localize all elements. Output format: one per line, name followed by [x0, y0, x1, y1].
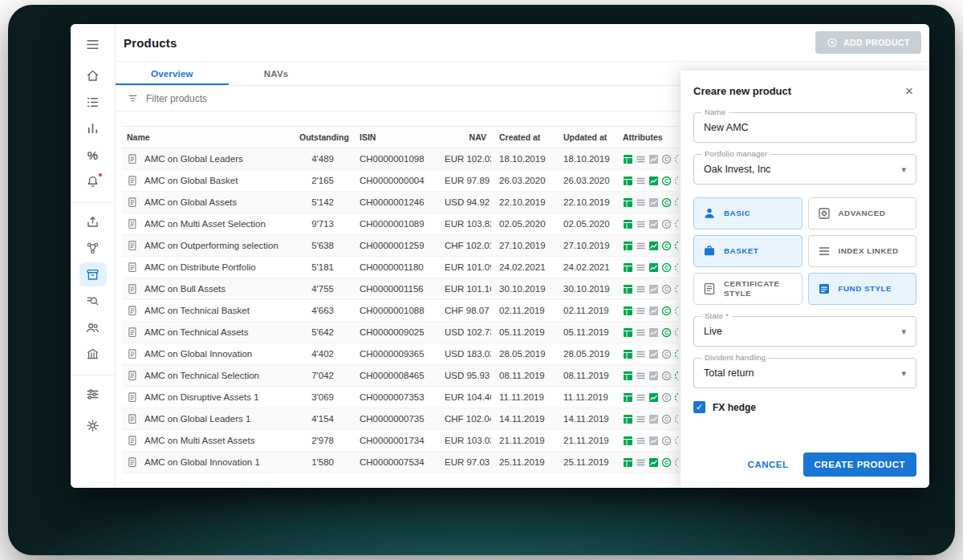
isin-value: CH0000000735	[339, 408, 440, 430]
table-row[interactable]: AMC on Global Leaders4'489CH0000001098EU…	[122, 148, 678, 170]
coin-icon: C	[661, 241, 672, 251]
toggle-basic[interactable]: BASIC	[693, 197, 802, 229]
col-attributes[interactable]: Attributes	[618, 127, 678, 148]
toggle-index-linked[interactable]: INDEX LINKED	[808, 235, 917, 267]
nav-value: EUR 104.40	[440, 387, 491, 408]
coin-icon: C	[661, 154, 672, 164]
col-updated-at[interactable]: Updated at	[559, 127, 618, 148]
certificate-icon	[127, 435, 139, 447]
certificate-icon	[127, 413, 139, 425]
settings-gear-icon[interactable]	[79, 413, 107, 437]
dividend-handling-select[interactable]: Divident handling Total return ▾	[693, 358, 916, 388]
add-product-button[interactable]: ADD PRODUCT	[815, 31, 921, 54]
tasks-icon[interactable]	[79, 90, 107, 114]
table-row[interactable]: AMC on Global Assets5'142CH0000001246USD…	[122, 192, 678, 213]
upload-icon[interactable]	[79, 209, 107, 233]
toggle-fund-style[interactable]: FUND STYLE	[808, 273, 917, 305]
table-row[interactable]: AMC on Global Leaders 14'154CH0000000735…	[122, 408, 678, 430]
toggle-certificate-style[interactable]: CERTIFICATE STYLE	[693, 273, 802, 305]
home-icon[interactable]	[79, 63, 107, 87]
portfolio-manager-select[interactable]: Portfolio manager Oak Invest, Inc ▾	[693, 154, 916, 185]
product-name: AMC on Global Innovation 1	[144, 457, 260, 467]
table-row[interactable]: AMC on Global Innovation4'402CH000000936…	[122, 343, 678, 365]
toggle-advanced[interactable]: ADVANCED	[808, 197, 917, 229]
app-window: %	[71, 24, 929, 488]
name-input[interactable]	[704, 122, 906, 133]
bar-chart-icon[interactable]	[79, 116, 107, 140]
close-icon[interactable]: ×	[902, 83, 916, 99]
updated-at-value: 02.05.2020	[559, 213, 618, 235]
svg-text:C: C	[664, 416, 668, 422]
isin-value: CH0000001180	[339, 257, 440, 278]
certificate-icon	[127, 218, 139, 230]
table-row[interactable]: AMC on Multi Asset Selection9'713CH00000…	[122, 213, 678, 235]
created-at-value: 24.02.2021	[491, 257, 559, 278]
list-icon	[636, 176, 646, 186]
list-icon	[636, 262, 646, 273]
table-row[interactable]: AMC on Technical Selection7'042CH0000008…	[122, 365, 678, 387]
area-chart-icon	[648, 436, 659, 446]
coin-icon: C	[661, 414, 672, 424]
table-row[interactable]: AMC on Global Innovation 11'580CH0000007…	[122, 452, 678, 473]
cancel-button[interactable]: CANCEL	[748, 460, 789, 469]
advanced-settings-icon	[817, 206, 831, 221]
area-chart-icon	[648, 284, 659, 294]
toggle-basket[interactable]: BASKET	[693, 235, 802, 267]
desktop-background: %	[8, 5, 955, 555]
name-field[interactable]: Name	[693, 112, 916, 143]
coin-icon: C	[661, 306, 672, 316]
page-header: Products ADD PRODUCT	[116, 24, 929, 62]
create-product-button[interactable]: CREATE PRODUCT	[803, 452, 916, 477]
table-icon	[623, 436, 633, 446]
search-icon[interactable]	[79, 289, 107, 313]
institution-icon[interactable]	[79, 342, 107, 366]
circle-icon	[674, 306, 678, 316]
checkbox-checked-icon[interactable]: ✓	[693, 401, 705, 413]
table-row[interactable]: AMC on Global Basket2'165CH0000000004EUR…	[122, 170, 678, 192]
table-row[interactable]: AMC on Disruptive Assets 13'069CH0000007…	[122, 387, 678, 408]
certificate-icon	[127, 197, 139, 209]
table-row[interactable]: AMC on Distribute Portfolio5'181CH000000…	[122, 257, 678, 278]
area-chart-icon	[648, 219, 659, 229]
table-row[interactable]: AMC on Multi Asset Assets2'978CH00000017…	[122, 430, 678, 452]
updated-at-value: 30.10.2019	[559, 278, 618, 300]
percent-icon[interactable]: %	[79, 143, 107, 167]
sliders-icon[interactable]	[79, 382, 107, 406]
circle-icon	[674, 457, 678, 468]
list-icon	[636, 392, 646, 403]
nav-value: CHF 102.04	[440, 408, 491, 430]
notifications-icon[interactable]	[79, 169, 107, 193]
name-field-label: Name	[701, 108, 729, 116]
attributes-cell: C	[618, 192, 678, 213]
col-nav[interactable]: NAV	[440, 127, 491, 148]
users-icon[interactable]	[79, 315, 107, 339]
chevron-down-icon: ▾	[901, 327, 906, 337]
circle-icon	[674, 392, 678, 403]
product-name: AMC on Bull Assets	[144, 284, 226, 294]
col-name[interactable]: Name	[122, 127, 295, 148]
sidebar: %	[71, 24, 116, 488]
coin-icon: C	[661, 197, 672, 208]
table-row[interactable]: AMC on Technical Basket4'663CH0000001088…	[122, 300, 678, 322]
col-isin[interactable]: ISIN	[339, 127, 440, 148]
attributes-cell: C	[618, 430, 678, 452]
area-chart-icon	[648, 197, 659, 208]
menu-icon[interactable]	[79, 32, 107, 56]
tab-overview[interactable]: Overview	[116, 62, 229, 85]
col-created-at[interactable]: Created at	[491, 127, 559, 148]
table-row[interactable]: AMC on Technical Assets5'642CH0000009025…	[122, 322, 678, 343]
tab-navs[interactable]: NAVs	[229, 62, 324, 85]
fx-hedge-checkbox[interactable]: ✓ FX hedge	[693, 401, 916, 413]
area-chart-icon	[648, 176, 659, 186]
products-icon[interactable]	[79, 262, 107, 286]
outstanding-value: 4'755	[295, 278, 339, 300]
state-select[interactable]: State * Live ▾	[693, 316, 916, 347]
col-outstanding[interactable]: Outstanding	[295, 127, 339, 148]
table-icon	[623, 414, 633, 424]
created-at-value: 30.10.2019	[491, 278, 559, 300]
nav-value: USD 95.93	[440, 365, 491, 387]
table-row[interactable]: AMC on Outperforming selection5'638CH000…	[122, 235, 678, 257]
created-at-value: 05.11.2019	[491, 322, 559, 343]
integrations-icon[interactable]	[79, 236, 107, 260]
table-row[interactable]: AMC on Bull Assets4'755CH0000001156EUR 1…	[122, 278, 678, 300]
